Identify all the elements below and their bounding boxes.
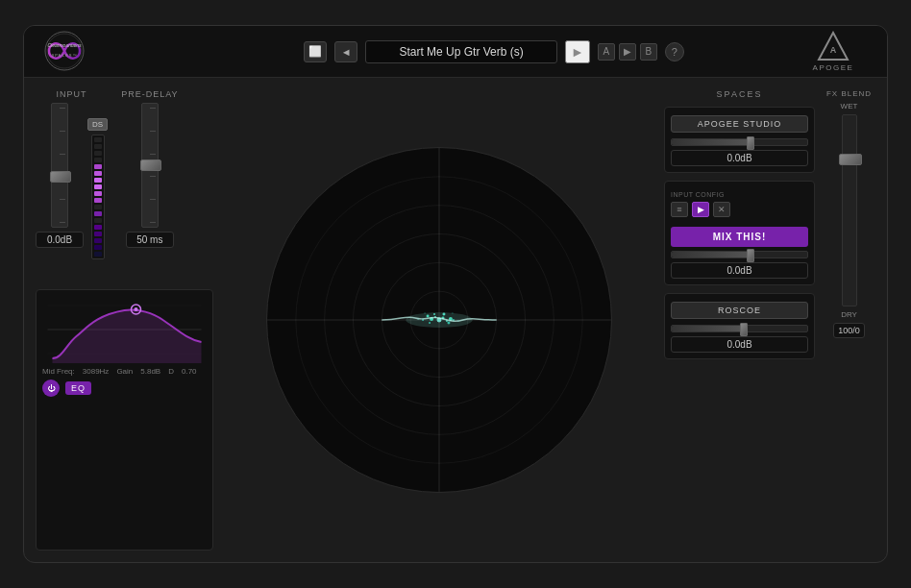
apogee-label: APOGEE: [813, 63, 854, 72]
level-seg: [94, 225, 102, 230]
fx-wet-label: WET: [841, 102, 858, 110]
fx-fader-thumb[interactable]: [839, 154, 862, 165]
logo-icon: Clearmountains SPACES™: [39, 30, 89, 74]
fader-marks: [52, 104, 67, 227]
eq-d-label: D: [168, 367, 174, 376]
space-config-fader-thumb[interactable]: [747, 249, 754, 262]
mix-this-button[interactable]: MIX THIS!: [671, 227, 808, 247]
space-2-fader-fill: [672, 326, 747, 331]
config-btn-1[interactable]: ≡: [671, 202, 688, 217]
predelay-fader-group: 50 ms: [126, 103, 174, 248]
plugin-container: Clearmountains SPACES™ ⬜ ◄ Start Me Up G…: [23, 25, 888, 563]
fader-mark: [150, 154, 156, 155]
level-seg: [94, 144, 102, 149]
ab-buttons: A ▶ B: [598, 43, 657, 61]
level-seg: [94, 211, 102, 216]
ab-b-button[interactable]: B: [640, 43, 657, 61]
eq-power-icon: ⏻: [47, 384, 55, 393]
level-seg: [94, 151, 102, 156]
radar-svg: [267, 148, 611, 492]
fader-mark: [60, 222, 65, 223]
fader-mark: [150, 108, 156, 109]
level-seg: [94, 245, 102, 250]
svg-point-32: [442, 313, 445, 316]
fader-mark: [150, 222, 156, 223]
space-2-fader-row: [671, 325, 808, 332]
predelay-fader-thumb[interactable]: [140, 159, 161, 171]
left-top-faders: INPUT: [36, 89, 213, 282]
eq-curve-display: [42, 296, 207, 363]
level-seg: [94, 198, 102, 203]
capture-button[interactable]: ⬜: [304, 41, 327, 62]
svg-text:Clearmountains: Clearmountains: [47, 42, 82, 48]
svg-point-29: [429, 322, 431, 324]
ab-copy-button[interactable]: ▶: [619, 43, 636, 61]
space-2-fader[interactable]: [671, 325, 808, 332]
space-1-value: 0.0dB: [671, 150, 808, 166]
eq-toggle-button[interactable]: EQ: [65, 381, 91, 395]
top-bar: Clearmountains SPACES™ ⬜ ◄ Start Me Up G…: [24, 26, 887, 78]
ab-a-button[interactable]: A: [598, 43, 615, 61]
space-slot-2: ROSCOE 0.0dB: [664, 293, 815, 359]
level-seg: [94, 164, 102, 169]
svg-point-30: [447, 321, 450, 324]
input-fader-thumb[interactable]: [50, 171, 71, 183]
prev-preset-button[interactable]: ◄: [334, 41, 357, 62]
fx-fader-track[interactable]: [842, 114, 857, 306]
space-2-value: 0.0dB: [671, 336, 808, 353]
eq-d-value: 0.70: [182, 367, 197, 376]
level-meter: [91, 135, 105, 259]
predelay-fader-track[interactable]: [141, 103, 159, 228]
space-2-fader-thumb[interactable]: [740, 323, 748, 336]
fx-dry-label: DRY: [841, 310, 857, 319]
space-1-fader[interactable]: [671, 138, 808, 146]
level-seg: [94, 178, 102, 183]
space-1-fader-fill: [672, 139, 753, 145]
apogee-logo: A APOGEE: [795, 31, 872, 72]
level-seg: [94, 238, 102, 243]
svg-text:A: A: [830, 45, 837, 55]
svg-point-35: [424, 312, 426, 314]
fx-dry-value: 100/0: [833, 323, 865, 338]
config-btn-2[interactable]: ▶: [692, 202, 709, 217]
right-panel: SPACES APOGEE STUDIO 0.0dB INPUT: [664, 89, 875, 551]
svg-point-10: [135, 307, 138, 311]
play-preset-button[interactable]: ►: [565, 40, 590, 63]
eq-panel: Mid Freq: 3089Hz Gain 5.8dB D 0.70 ⏻ EQ: [36, 289, 213, 551]
center-panel: [223, 89, 654, 551]
input-config-label: INPUT CONFIG: [671, 191, 725, 198]
logo-area: Clearmountains SPACES™: [39, 30, 193, 74]
space-1-fader-row: [671, 138, 808, 146]
fx-blend-title: FX BLEND: [826, 89, 872, 98]
level-seg: [94, 252, 102, 257]
apogee-triangle-icon: A: [817, 31, 849, 63]
level-seg: [94, 191, 102, 196]
svg-point-31: [433, 313, 435, 315]
space-1-fader-thumb[interactable]: [747, 136, 754, 150]
svg-point-36: [452, 312, 454, 314]
spaces-panel: SPACES APOGEE STUDIO 0.0dB INPUT: [664, 89, 815, 551]
level-seg: [94, 205, 102, 209]
level-seg: [94, 137, 102, 142]
input-fader-track[interactable]: [51, 103, 68, 228]
help-button[interactable]: ?: [665, 42, 684, 61]
config-btn-3[interactable]: ✕: [713, 202, 730, 217]
preset-name: Start Me Up Gtr Verb (s): [365, 40, 557, 63]
space-2-name-button[interactable]: ROSCOE: [671, 302, 808, 319]
fader-mark: [150, 176, 156, 177]
eq-power-button[interactable]: ⏻: [42, 380, 60, 397]
level-seg: [94, 158, 102, 162]
eq-canvas: [42, 296, 207, 363]
eq-gain-value: 5.8dB: [140, 367, 160, 376]
input-fader-group: 0.0dB: [36, 103, 84, 248]
input-section: INPUT: [36, 89, 108, 282]
space-1-name-button[interactable]: APOGEE STUDIO: [671, 115, 808, 133]
svg-text:SPACES™: SPACES™: [52, 53, 78, 58]
fader-mark: [60, 131, 65, 132]
space-config-fader[interactable]: [671, 251, 808, 258]
ds-badge[interactable]: DS: [87, 118, 108, 131]
eq-controls: ⏻ EQ: [42, 380, 207, 397]
input-config-section: INPUT CONFIG ≡ ▶ ✕ MIX THIS!: [664, 181, 815, 285]
left-panel: INPUT: [36, 89, 213, 551]
predelay-label: PRE-DELAY: [121, 89, 178, 99]
